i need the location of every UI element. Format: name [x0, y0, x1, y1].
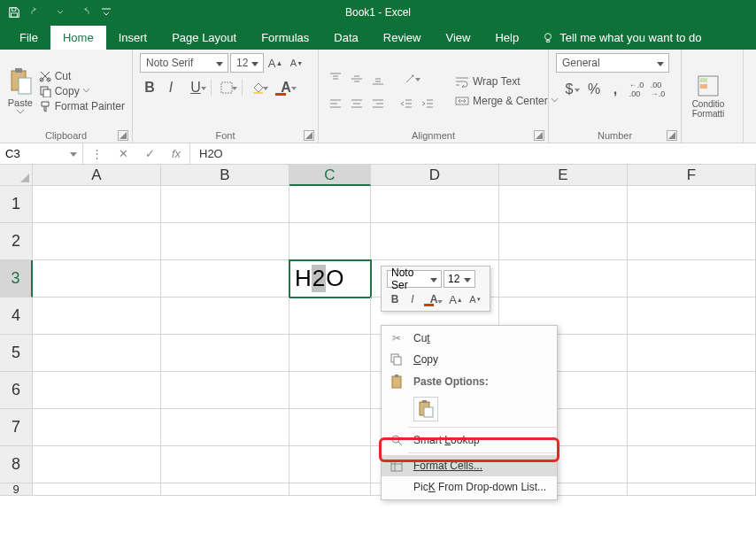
- paste-button[interactable]: Paste: [7, 53, 34, 128]
- cell-f2[interactable]: [628, 223, 756, 260]
- font-name-select[interactable]: Noto Serif: [140, 53, 228, 73]
- tab-data[interactable]: Data: [321, 26, 370, 50]
- increase-font-button[interactable]: A▲: [266, 53, 285, 73]
- row-header-9[interactable]: 9: [0, 483, 33, 496]
- cell-b3[interactable]: [161, 260, 289, 298]
- align-bottom-button[interactable]: [368, 69, 388, 89]
- cell-b5[interactable]: [161, 335, 289, 372]
- tab-formulas[interactable]: Formulas: [249, 26, 321, 50]
- cell-f3[interactable]: [628, 260, 756, 298]
- cell-c3[interactable]: H2O: [289, 260, 371, 298]
- formula-input[interactable]: H2O: [190, 147, 223, 160]
- menu-pick-from-list[interactable]: PicK From Drop-down List...: [382, 476, 557, 498]
- cell-b2[interactable]: [161, 223, 289, 260]
- cell-c8[interactable]: [289, 446, 371, 483]
- conditional-formatting-button[interactable]: ConditioFormatti: [689, 53, 728, 139]
- row-header-7[interactable]: 7: [0, 409, 33, 446]
- number-format-select[interactable]: General: [556, 53, 669, 73]
- align-middle-button[interactable]: [347, 69, 366, 89]
- cell-a8[interactable]: [33, 446, 161, 483]
- number-dialog-launcher[interactable]: [667, 130, 677, 141]
- mini-font-size[interactable]: 12: [444, 270, 475, 288]
- cell-c6[interactable]: [289, 372, 371, 409]
- increase-indent-button[interactable]: [418, 94, 437, 113]
- cell-b8[interactable]: [161, 446, 289, 483]
- underline-button[interactable]: U: [182, 78, 209, 97]
- font-dialog-launcher[interactable]: [304, 130, 314, 141]
- row-header-1[interactable]: 1: [0, 186, 33, 223]
- comma-button[interactable]: ,: [606, 80, 625, 99]
- align-right-button[interactable]: [368, 94, 388, 113]
- cell-c2[interactable]: [289, 223, 371, 260]
- cell-e3[interactable]: [499, 260, 628, 298]
- percent-button[interactable]: %: [584, 80, 604, 99]
- cell-a4[interactable]: [33, 298, 161, 335]
- cell-a1[interactable]: [33, 186, 161, 223]
- undo-button[interactable]: [27, 2, 48, 23]
- menu-smart-lookup[interactable]: Smart Lookup: [382, 429, 557, 451]
- italic-button[interactable]: I: [161, 78, 181, 97]
- cell-c9[interactable]: [289, 483, 371, 496]
- col-header-c[interactable]: C: [289, 165, 371, 186]
- row-header-4[interactable]: 4: [0, 298, 33, 335]
- save-button[interactable]: [4, 2, 25, 23]
- cell-c7[interactable]: [289, 409, 371, 446]
- tab-insert[interactable]: Insert: [106, 26, 160, 50]
- cell-f1[interactable]: [628, 186, 756, 223]
- cell-b4[interactable]: [161, 298, 289, 335]
- cell-a2[interactable]: [33, 223, 161, 260]
- align-top-button[interactable]: [326, 69, 345, 89]
- col-header-b[interactable]: B: [161, 165, 289, 186]
- decrease-indent-button[interactable]: [397, 94, 416, 113]
- row-header-8[interactable]: 8: [0, 446, 33, 483]
- cell-b7[interactable]: [161, 409, 289, 446]
- wrap-text-button[interactable]: Wrap Text: [455, 75, 558, 88]
- row-header-5[interactable]: 5: [0, 335, 33, 372]
- decrease-decimal-button[interactable]: .00→.0: [648, 80, 667, 99]
- tab-review[interactable]: Review: [371, 26, 434, 50]
- tab-home[interactable]: Home: [50, 26, 106, 50]
- borders-button[interactable]: [213, 78, 240, 97]
- tab-page-layout[interactable]: Page Layout: [159, 26, 249, 50]
- cell-d1[interactable]: [371, 186, 499, 223]
- cell-a6[interactable]: [33, 372, 161, 409]
- mini-decrease-font-button[interactable]: A▼: [467, 291, 484, 307]
- row-header-2[interactable]: 2: [0, 223, 33, 260]
- copy-button[interactable]: Copy: [39, 85, 125, 97]
- undo-dropdown[interactable]: [50, 2, 71, 23]
- row-header-6[interactable]: 6: [0, 372, 33, 409]
- mini-font-color-button[interactable]: A: [422, 291, 445, 307]
- paste-option-default[interactable]: [413, 397, 438, 421]
- redo-button[interactable]: [73, 2, 94, 23]
- cell-c1[interactable]: [289, 186, 371, 223]
- accounting-format-button[interactable]: $: [556, 80, 582, 99]
- cell-a9[interactable]: [33, 483, 161, 496]
- cell-a3[interactable]: [33, 260, 161, 298]
- qat-customize[interactable]: [96, 2, 117, 23]
- menu-copy[interactable]: Copy: [382, 349, 557, 370]
- mini-italic-button[interactable]: I: [405, 291, 420, 307]
- row-header-3[interactable]: 3: [0, 260, 33, 298]
- mini-font-name[interactable]: Noto Ser: [387, 270, 442, 288]
- col-header-a[interactable]: A: [33, 165, 161, 186]
- cell-c4[interactable]: [289, 298, 371, 335]
- cell-e1[interactable]: [499, 186, 628, 223]
- cell-f8[interactable]: [628, 446, 756, 483]
- select-all-corner[interactable]: [0, 165, 33, 186]
- tab-help[interactable]: Help: [482, 26, 531, 50]
- mini-bold-button[interactable]: B: [387, 291, 403, 307]
- menu-cut[interactable]: ✂ Cut: [382, 328, 557, 349]
- cell-b9[interactable]: [161, 483, 289, 496]
- fb-dropdown[interactable]: ⋮: [83, 143, 110, 165]
- name-box[interactable]: C3: [0, 143, 83, 164]
- align-center-button[interactable]: [347, 94, 366, 113]
- cell-a7[interactable]: [33, 409, 161, 446]
- cell-f5[interactable]: [628, 335, 756, 372]
- col-header-e[interactable]: E: [499, 165, 628, 186]
- decrease-font-button[interactable]: A▼: [287, 53, 306, 73]
- cell-f4[interactable]: [628, 298, 756, 335]
- cell-b6[interactable]: [161, 372, 289, 409]
- cell-e2[interactable]: [499, 223, 628, 260]
- mini-increase-font-button[interactable]: A▲: [447, 291, 465, 307]
- cell-a5[interactable]: [33, 335, 161, 372]
